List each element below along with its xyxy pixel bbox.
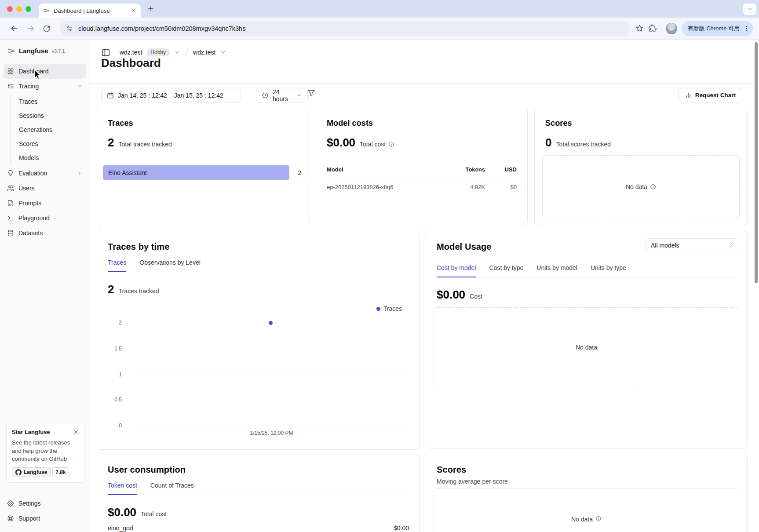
page-scrollbar[interactable]	[755, 42, 758, 283]
tab-traces[interactable]: Traces	[108, 259, 126, 272]
date-range-picker[interactable]: Jan 14, 25 : 12:42 – Jan 15, 25 : 12:42	[101, 88, 241, 102]
tab-cost-by-type[interactable]: Cost by type	[489, 264, 523, 277]
project-chevron-down-icon[interactable]	[220, 49, 226, 55]
table-header-row: Model Tokens USD	[327, 166, 517, 178]
scores-moving-average-card: Scores Moving average per score No data	[426, 454, 748, 532]
model-costs-value: $0.00	[327, 136, 355, 149]
sidebar-item-datasets[interactable]: Datasets	[4, 226, 86, 240]
url-text[interactable]: cloud.langfuse.com/project/cm50idm0208mx…	[78, 25, 245, 32]
browser-toolbar: cloud.langfuse.com/project/cm50idm0208mx…	[0, 18, 759, 40]
sidebar-item-sessions[interactable]: Sessions	[11, 109, 86, 123]
tab-cost-by-model[interactable]: Cost by model	[437, 264, 476, 277]
langfuse-logo-icon	[7, 47, 15, 55]
sidebar-item-prompts[interactable]: Prompts	[4, 196, 86, 211]
profile-avatar[interactable]	[666, 23, 677, 34]
info-icon[interactable]	[650, 184, 656, 190]
info-icon[interactable]	[595, 516, 602, 522]
model-usage-label: Cost	[470, 293, 482, 300]
request-chart-button[interactable]: Request Chart	[678, 88, 742, 102]
scores-empty-state: No data	[542, 155, 740, 218]
bookmark-star-icon[interactable]	[635, 24, 644, 33]
chevrons-up-down-icon	[728, 242, 734, 248]
sidebar-item-playground[interactable]: Playground	[4, 211, 86, 226]
sidebar-item-dashboard[interactable]: Dashboard	[4, 64, 86, 79]
org-chevron-down-icon[interactable]	[174, 49, 180, 55]
traces-by-time-card: Traces by time Traces Observations by Le…	[97, 231, 420, 450]
tab-units-by-model[interactable]: Units by model	[536, 264, 577, 277]
org-name[interactable]: wdz.test	[120, 49, 142, 56]
langfuse-favicon	[43, 7, 50, 14]
url-bar[interactable]: cloud.langfuse.com/project/cm50idm0208mx…	[60, 21, 630, 36]
life-buoy-icon	[7, 515, 14, 522]
github-repo-badge[interactable]: Langfuse	[12, 467, 51, 477]
legend-dot	[376, 307, 380, 311]
legend-label: Traces	[383, 305, 402, 312]
tab-token-cost[interactable]: Token cost	[108, 482, 137, 495]
sidebar-item-users[interactable]: Users	[4, 181, 86, 196]
page-title: Dashboard	[101, 56, 161, 70]
browser-menu-icon[interactable]	[743, 25, 750, 32]
minimize-window-button[interactable]	[16, 6, 22, 12]
user-name: eino_god	[108, 525, 133, 532]
chevron-down-icon	[296, 92, 302, 98]
interval-select[interactable]: 24 hours	[256, 88, 308, 102]
lightbulb-icon	[7, 170, 14, 177]
user-consumption-tabs: Token cost Count of Traces	[108, 482, 409, 495]
star-card-body: See the latest releases and help grow th…	[12, 439, 79, 463]
traces-total-value: 2	[108, 136, 114, 149]
traces-total-label: Total traces tracked	[118, 141, 172, 148]
reload-icon[interactable]	[43, 25, 51, 33]
tab-close-icon[interactable]	[131, 8, 136, 13]
model-tokens: 4.82K	[445, 184, 485, 190]
close-icon[interactable]	[73, 429, 79, 435]
maximize-window-button[interactable]	[26, 6, 31, 12]
tab-units-by-type[interactable]: Units by type	[591, 264, 626, 277]
browser-tab[interactable]: Dashboard | Langfuse	[39, 4, 141, 18]
chevron-down-icon	[77, 83, 83, 89]
project-name[interactable]: wdz.test	[193, 49, 215, 56]
plan-badge: Hobby	[146, 48, 170, 56]
traces-tracked-value: 2	[108, 283, 114, 296]
grid-icon	[7, 68, 14, 75]
sidebar-item-scores[interactable]: Scores	[11, 137, 86, 151]
traces-card: Traces 2 Total traces tracked Eino Assis…	[97, 108, 310, 225]
users-icon	[7, 185, 14, 192]
sidebar-item-tracing[interactable]: Tracing	[4, 79, 86, 94]
scores-bottom-empty-state: No data	[434, 488, 739, 532]
sidebar-item-settings[interactable]: Settings	[4, 496, 86, 511]
extensions-icon[interactable]	[648, 24, 657, 33]
sidebar-toggle-icon[interactable]	[101, 48, 110, 57]
chrome-update-button[interactable]: 有新版 Chrome 可用	[682, 21, 753, 36]
sidebar-item-models[interactable]: Models	[11, 151, 86, 165]
window-controls[interactable]	[7, 6, 31, 12]
traces-bar[interactable]: Eino Assistant	[103, 165, 289, 180]
model-usd: $0	[485, 184, 517, 190]
github-star-count[interactable]: 7.8k	[52, 467, 69, 477]
new-tab-icon[interactable]	[147, 4, 155, 12]
scores-total-label: Total scores tracked	[556, 141, 611, 148]
star-langfuse-card: Star Langfuse See the latest releases an…	[6, 423, 84, 483]
tab-observations-by-level[interactable]: Observations by Level	[139, 259, 201, 272]
model-costs-card: Model costs $0.00 Total cost Model Token…	[316, 108, 528, 225]
scores-bottom-title: Scores	[437, 465, 737, 475]
user-consumption-card: User consumption Token cost Count of Tra…	[97, 454, 420, 532]
sidebar-item-generations[interactable]: Generations	[11, 123, 86, 137]
header-divider	[90, 83, 759, 84]
sidebar-item-support[interactable]: Support	[4, 511, 86, 526]
tab-list-chevron-icon[interactable]	[743, 4, 756, 15]
sidebar-item-traces[interactable]: Traces	[11, 95, 86, 109]
forward-icon[interactable]	[26, 24, 35, 33]
data-point[interactable]	[269, 321, 273, 325]
main-content: wdz.test Hobby wdz.test Dashboard Jan 14…	[90, 40, 759, 532]
user-consumption-label: Total cost	[141, 510, 167, 517]
site-info-icon[interactable]	[66, 25, 73, 32]
back-icon[interactable]	[10, 24, 18, 33]
filter-funnel-icon[interactable]	[307, 89, 315, 97]
sidebar-item-evaluation[interactable]: Evaluation	[4, 166, 86, 181]
all-models-select[interactable]: All models	[645, 238, 739, 252]
model-name: ep-20250112193826-xftq6	[327, 184, 445, 190]
close-window-button[interactable]	[7, 6, 13, 12]
info-icon[interactable]	[388, 141, 394, 147]
model-usage-card: Model Usage All models Cost by model Cos…	[426, 231, 748, 448]
tab-count-of-traces[interactable]: Count of Traces	[150, 482, 194, 495]
